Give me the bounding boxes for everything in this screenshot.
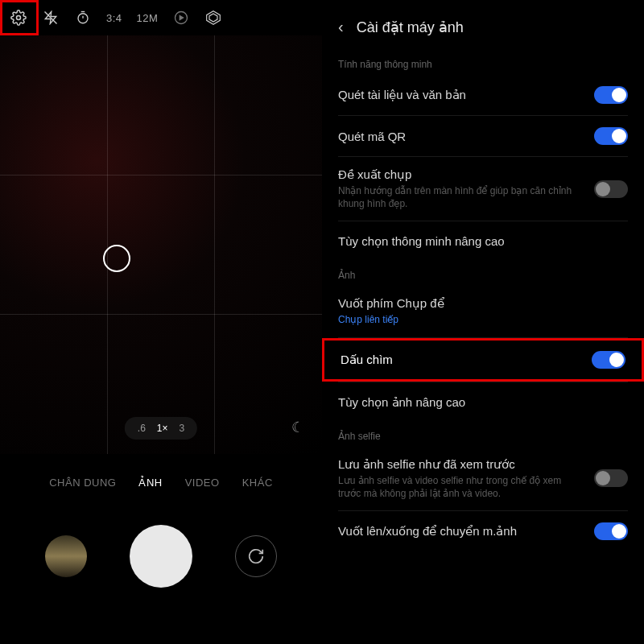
smart-adv-label: Tùy chọn thông minh nâng cao xyxy=(338,234,620,249)
highlight-settings-icon xyxy=(0,0,39,35)
timer-icon[interactable] xyxy=(74,9,92,27)
svg-marker-9 xyxy=(209,14,217,22)
svg-marker-7 xyxy=(180,16,184,20)
zoom-1x[interactable]: 1× xyxy=(157,423,168,434)
section-smart-features: Tính năng thông minh xyxy=(322,51,644,75)
section-photos: Ảnh xyxy=(322,262,644,286)
svg-marker-8 xyxy=(207,11,221,25)
mode-portrait[interactable]: CHÂN DUNG xyxy=(49,477,116,489)
camera-settings-screen: ‹ Cài đặt máy ảnh Tính năng thông minh Q… xyxy=(322,0,644,644)
grid-line xyxy=(107,35,108,454)
grid-line xyxy=(214,35,215,454)
row-shot-suggestions[interactable]: Đề xuất chụp Nhận hướng dẫn trên màn hìn… xyxy=(322,157,644,221)
resolution[interactable]: 12M xyxy=(137,12,159,24)
selfie-save-sub: Lưu ảnh selfie và video selfie như trong… xyxy=(338,474,586,500)
toggle-watermark[interactable] xyxy=(592,351,625,369)
row-scan-documents[interactable]: Quét tài liệu và văn bản xyxy=(322,75,644,115)
suggest-label: Đề xuất chụp xyxy=(338,167,586,182)
photo-adv-label: Tùy chọn ảnh nâng cao xyxy=(338,395,620,410)
selfie-save-label: Lưu ảnh selfie như đã xem trước xyxy=(338,457,586,472)
row-advanced-photo[interactable]: Tùy chọn ảnh nâng cao xyxy=(322,382,644,423)
camera-top-toolbar: 3:4 12M xyxy=(0,0,322,35)
row-selfie-save-as-preview[interactable]: Lưu ảnh selfie như đã xem trước Lưu ảnh … xyxy=(322,447,644,510)
row-watermark[interactable]: Dấu chìm xyxy=(322,338,644,382)
page-title: Cài đặt máy ảnh xyxy=(357,19,464,36)
toggle-shot-suggestions[interactable] xyxy=(594,180,628,198)
zoom-0.6[interactable]: .6 xyxy=(138,423,146,434)
toggle-scan-documents[interactable] xyxy=(594,86,628,104)
night-mode-icon[interactable]: ☾ xyxy=(291,419,304,436)
shutter-controls xyxy=(0,525,322,588)
toggle-selfie-save[interactable] xyxy=(594,469,628,487)
suggest-sub: Nhận hướng dẫn trên màn hình để giúp bạn… xyxy=(338,184,586,210)
shutter-button[interactable] xyxy=(130,525,192,588)
row-swipe-switch-camera[interactable]: Vuốt lên/xuống để chuyển m.ảnh xyxy=(322,511,644,551)
grid-line xyxy=(0,175,322,175)
camera-viewfinder[interactable]: .6 1× 3 ☾ xyxy=(0,35,322,454)
filters-icon[interactable] xyxy=(204,9,222,27)
settings-header: ‹ Cài đặt máy ảnh xyxy=(322,10,644,51)
zoom-3[interactable]: 3 xyxy=(180,423,185,434)
row-swipe-shutter[interactable]: Vuốt phím Chụp để Chụp liên tiếp xyxy=(322,286,644,336)
row-advanced-smart[interactable]: Tùy chọn thông minh nâng cao xyxy=(322,221,644,262)
swipe-shutter-label: Vuốt phím Chụp để xyxy=(338,296,620,311)
gallery-thumbnail[interactable] xyxy=(45,535,87,577)
swipe-switch-label: Vuốt lên/xuống để chuyển m.ảnh xyxy=(338,524,586,539)
flash-off-icon[interactable] xyxy=(42,9,60,27)
aspect-ratio[interactable]: 3:4 xyxy=(106,12,122,24)
switch-camera-button[interactable] xyxy=(235,535,277,577)
mode-more[interactable]: KHÁC xyxy=(242,477,273,489)
zoom-selector[interactable]: .6 1× 3 xyxy=(125,417,197,440)
scan-doc-label: Quét tài liệu và văn bản xyxy=(338,88,586,102)
grid-line xyxy=(0,314,322,315)
mode-video[interactable]: VIDEO xyxy=(185,477,220,489)
watermark-label: Dấu chìm xyxy=(341,353,584,367)
motion-photo-icon[interactable] xyxy=(172,9,190,27)
mode-photo[interactable]: ẢNH xyxy=(138,477,162,489)
camera-screen: 3:4 12M .6 1× 3 ☾ CHÂN DUNG ẢNH VIDEO KH… xyxy=(0,0,322,644)
swipe-shutter-value: Chụp liên tiếp xyxy=(338,313,620,326)
scan-qr-label: Quét mã QR xyxy=(338,130,586,143)
row-scan-qr[interactable]: Quét mã QR xyxy=(322,116,644,156)
focus-indicator xyxy=(103,245,130,272)
toggle-swipe-switch[interactable] xyxy=(594,522,628,540)
camera-mode-tabs: CHÂN DUNG ẢNH VIDEO KHÁC xyxy=(0,465,322,500)
back-icon[interactable]: ‹ xyxy=(338,18,344,36)
toggle-scan-qr[interactable] xyxy=(594,127,628,145)
section-selfie: Ảnh selfie xyxy=(322,423,644,447)
